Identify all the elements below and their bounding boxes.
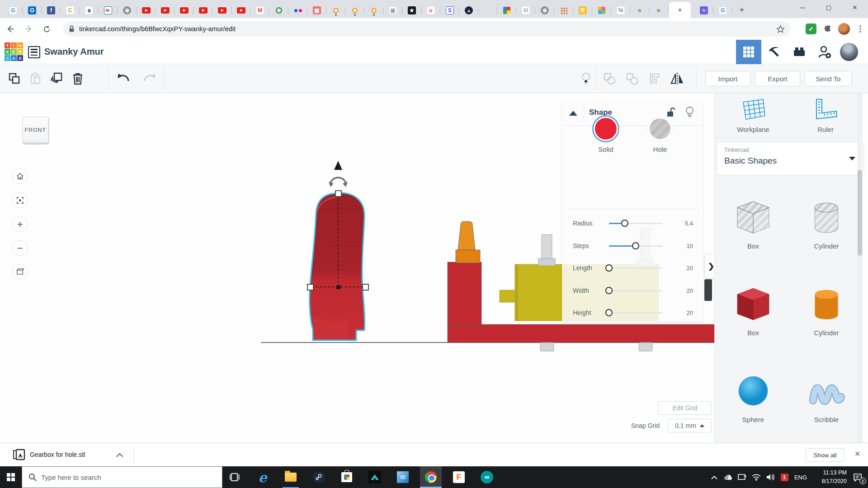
pinned-tab-letter-c-gold[interactable]: C: [61, 3, 80, 18]
edit-grid-button[interactable]: Edit Grid: [658, 401, 712, 415]
forward-icon[interactable]: [21, 21, 36, 37]
pinned-tab-flickr[interactable]: [288, 3, 307, 18]
pinned-tab-udemy[interactable]: u: [421, 3, 440, 18]
pinned-tab-youtube[interactable]: [156, 3, 175, 18]
adjust-lightbulb-icon[interactable]: [579, 71, 593, 86]
ungroup-icon[interactable]: [625, 71, 639, 86]
minimize-button[interactable]: —: [789, 0, 816, 14]
pinned-tab-youtube[interactable]: [137, 3, 156, 18]
pinned-tab-m-silver[interactable]: M: [516, 3, 535, 18]
redo-icon[interactable]: [143, 71, 157, 86]
pinned-tab-amazon[interactable]: a: [80, 3, 99, 18]
mirror-icon[interactable]: [670, 71, 684, 86]
zoom-in-button[interactable]: [12, 216, 28, 232]
clock[interactable]: 11:13 PM 8/17/2020: [811, 469, 847, 486]
shape-hole-box[interactable]: Box: [726, 198, 780, 250]
pinned-tab-orange-dots[interactable]: [554, 3, 573, 18]
url-text[interactable]: tinkercad.com/things/b6BfwcXqxPY-swanky-…: [79, 25, 776, 33]
pinned-tab-lightbulb[interactable]: [364, 3, 383, 18]
taskbar-search-input[interactable]: Type here to search: [22, 466, 222, 488]
show-all-downloads-button[interactable]: Show all: [806, 448, 844, 462]
export-button[interactable]: Export: [755, 71, 800, 86]
invite-person-button[interactable]: [812, 40, 837, 64]
pinned-tab-arcade-white[interactable]: ▣: [383, 3, 402, 18]
pinned-tab-lightbulb[interactable]: [345, 3, 364, 18]
pinned-tab-lightbulb[interactable]: [326, 3, 345, 18]
pinned-tab-robot-r[interactable]: R: [573, 3, 592, 18]
active-tab[interactable]: ✕: [669, 2, 691, 18]
solid-swatch[interactable]: [594, 117, 618, 141]
pinned-tab-youtube[interactable]: [175, 3, 193, 18]
pinned-tab-arcade-red[interactable]: ▣: [307, 3, 326, 18]
onedrive-icon[interactable]: [723, 466, 734, 488]
new-tab-button[interactable]: +: [735, 3, 749, 17]
home-view-button[interactable]: [12, 169, 28, 184]
tray-chevron-icon[interactable]: [709, 466, 720, 488]
radius-slider-knob[interactable]: [621, 220, 628, 227]
pinned-tab-robot-orange[interactable]: ☻: [649, 3, 668, 18]
pinned-tab-globe[interactable]: ⊕: [535, 3, 554, 18]
pinned-tab-globe[interactable]: ⊕: [118, 3, 137, 18]
microsoft-store-app-icon[interactable]: [336, 466, 358, 488]
tinkercad-logo[interactable]: TINKERCAD: [5, 42, 23, 61]
pinned-tab-skillshare[interactable]: S: [440, 3, 459, 18]
visibility-lightbulb-icon[interactable]: [685, 106, 694, 120]
browser-profile-avatar[interactable]: [838, 23, 850, 35]
adblock-extension-icon[interactable]: ✓: [806, 23, 816, 34]
pinned-tab-stem[interactable]: [592, 3, 611, 18]
browser-menu-icon[interactable]: [856, 25, 864, 33]
pinned-tab-clip-gray[interactable]: %: [611, 3, 630, 18]
pinned-tab-facebook[interactable]: f: [42, 3, 61, 18]
pinned-tab-gmail[interactable]: M: [250, 3, 269, 18]
pinned-tab-robot-orange[interactable]: ☻: [630, 3, 649, 18]
pinned-tab-grad-cap[interactable]: ▴: [459, 3, 478, 18]
arduino-app-icon[interactable]: ∞: [476, 466, 498, 488]
extensions-puzzle-icon[interactable]: [823, 24, 832, 33]
width-slider-knob[interactable]: [605, 287, 613, 294]
align-icon[interactable]: [647, 71, 662, 86]
delete-icon[interactable]: [71, 71, 85, 86]
send-to-button[interactable]: Send To: [805, 71, 852, 86]
steps-slider-knob[interactable]: [632, 242, 639, 249]
length-slider-knob[interactable]: [605, 264, 613, 272]
task-view-button[interactable]: [224, 466, 245, 488]
sidebar-scroll-thumb[interactable]: [858, 170, 862, 256]
radius-slider[interactable]: [609, 223, 662, 224]
width-slider[interactable]: [609, 290, 662, 291]
ruler-tool[interactable]: Ruler: [798, 98, 853, 133]
edge-app-icon[interactable]: e: [252, 466, 274, 488]
bookmark-star-icon[interactable]: [776, 25, 785, 33]
back-icon[interactable]: [3, 21, 18, 37]
close-button[interactable]: ✕: [842, 0, 868, 14]
panel-scroll-pill[interactable]: [704, 279, 712, 301]
language-indicator[interactable]: ENG: [793, 474, 808, 481]
workplane-tool[interactable]: Workplane: [726, 98, 780, 133]
user-avatar[interactable]: [840, 43, 858, 61]
view-cube-front[interactable]: FRONT: [22, 117, 49, 145]
steps-slider[interactable]: [609, 245, 662, 247]
shape-solid-box[interactable]: Box: [726, 285, 780, 337]
display-tray-icon[interactable]: [737, 466, 748, 488]
paste-icon[interactable]: [28, 71, 42, 86]
maximize-button[interactable]: ▢: [816, 0, 842, 14]
snap-grid-select[interactable]: 0.1 mm: [668, 419, 712, 432]
action-center-icon[interactable]: 2: [850, 466, 865, 488]
pinned-tab-ni-purple[interactable]: ≈: [694, 3, 713, 18]
notification-badge-icon[interactable]: 1: [779, 466, 790, 488]
file-explorer-app-icon[interactable]: [280, 466, 302, 488]
sidebar-scrollbar[interactable]: [857, 93, 863, 443]
downloaded-filename[interactable]: Gearbox for hole.stl: [30, 451, 85, 458]
lego-brick-button[interactable]: [787, 40, 812, 64]
wifi-tray-icon[interactable]: [751, 466, 762, 488]
copy-icon[interactable]: [7, 71, 22, 86]
pinned-tab-m-colon[interactable]: M:: [99, 3, 118, 18]
height-slider-knob[interactable]: [605, 309, 613, 316]
volume-tray-icon[interactable]: [765, 466, 776, 488]
panel-collapse-icon[interactable]: [566, 107, 580, 119]
pinned-tab-youtube[interactable]: [231, 3, 250, 18]
height-slider[interactable]: [609, 312, 662, 314]
import-button[interactable]: Import: [705, 71, 750, 86]
omnibox[interactable]: tinkercad.com/things/b6BfwcXqxPY-swanky-…: [63, 21, 790, 37]
mail-app-icon[interactable]: ✉: [392, 466, 414, 488]
fusion360-app-icon[interactable]: F: [448, 466, 470, 488]
